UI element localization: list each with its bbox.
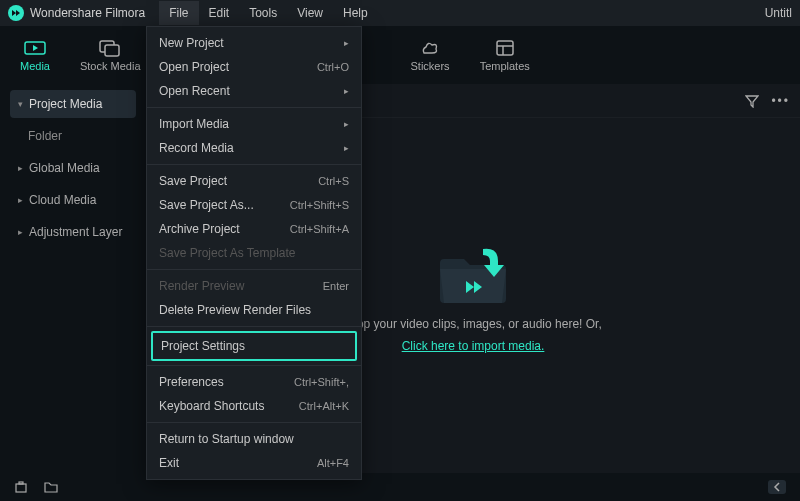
- sidebar-item-project-media[interactable]: ▾ Project Media: [10, 90, 136, 118]
- menu-separator: [147, 164, 361, 165]
- menu-item-label: Keyboard Shortcuts: [159, 399, 264, 413]
- app-logo-icon: [8, 5, 24, 21]
- chevron-down-icon: ▾: [18, 99, 23, 109]
- tab-label: Stickers: [411, 60, 450, 72]
- menu-item-label: Import Media: [159, 117, 229, 131]
- file-menu-import-media[interactable]: Import Media▸: [147, 112, 361, 136]
- svg-rect-4: [497, 41, 513, 55]
- bin-icon[interactable]: [14, 480, 28, 494]
- menu-item-label: Record Media: [159, 141, 234, 155]
- file-menu-new-project[interactable]: New Project▸: [147, 31, 361, 55]
- menu-separator: [147, 422, 361, 423]
- menu-shortcut: Ctrl+Alt+K: [299, 400, 349, 412]
- chevron-right-icon: ▸: [344, 119, 349, 129]
- file-menu-render-preview: Render PreviewEnter: [147, 274, 361, 298]
- sidebar-item-label: Cloud Media: [29, 193, 96, 207]
- file-menu-save-project-as-template: Save Project As Template: [147, 241, 361, 265]
- more-icon[interactable]: •••: [771, 94, 790, 108]
- menu-item-label: Delete Preview Render Files: [159, 303, 311, 317]
- sidebar-item-label: Adjustment Layer: [29, 225, 122, 239]
- sidebar-item-adjustment-layer[interactable]: ▸ Adjustment Layer: [10, 218, 136, 246]
- filter-icon[interactable]: [745, 94, 759, 108]
- menu-tools[interactable]: Tools: [239, 1, 287, 25]
- toolbar: Media Stock Media Stickers Templates: [0, 26, 800, 84]
- sidebar: ▾ Project Media Folder ▸ Global Media ▸ …: [0, 84, 146, 473]
- chevron-right-icon: ▸: [18, 163, 23, 173]
- file-menu-project-settings[interactable]: Project Settings: [151, 331, 357, 361]
- content-row: ▾ Project Media Folder ▸ Global Media ▸ …: [0, 84, 800, 473]
- collapse-icon[interactable]: [768, 480, 786, 494]
- menu-item-label: New Project: [159, 36, 224, 50]
- sidebar-item-label: Global Media: [29, 161, 100, 175]
- file-menu-dropdown: New Project▸Open ProjectCtrl+OOpen Recen…: [146, 26, 362, 480]
- tab-media[interactable]: Media: [20, 39, 50, 72]
- menu-item-label: Render Preview: [159, 279, 244, 293]
- menu-separator: [147, 107, 361, 108]
- menu-shortcut: Ctrl+S: [318, 175, 349, 187]
- menu-item-label: Preferences: [159, 375, 224, 389]
- file-menu-exit[interactable]: ExitAlt+F4: [147, 451, 361, 475]
- tab-label: Media: [20, 60, 50, 72]
- file-menu-preferences[interactable]: PreferencesCtrl+Shift+,: [147, 370, 361, 394]
- sidebar-item-global-media[interactable]: ▸ Global Media: [10, 154, 136, 182]
- menu-separator: [147, 365, 361, 366]
- file-menu-save-project[interactable]: Save ProjectCtrl+S: [147, 169, 361, 193]
- import-link[interactable]: Click here to import media.: [402, 339, 545, 353]
- menu-help[interactable]: Help: [333, 1, 378, 25]
- menu-item-label: Return to Startup window: [159, 432, 294, 446]
- chevron-right-icon: ▸: [18, 227, 23, 237]
- menu-separator: [147, 326, 361, 327]
- menu-shortcut: Ctrl+O: [317, 61, 349, 73]
- file-menu-delete-preview-render-files[interactable]: Delete Preview Render Files: [147, 298, 361, 322]
- stickers-icon: [419, 39, 441, 57]
- tab-stock-media[interactable]: Stock Media: [80, 39, 141, 72]
- file-menu-open-project[interactable]: Open ProjectCtrl+O: [147, 55, 361, 79]
- file-menu-record-media[interactable]: Record Media▸: [147, 136, 361, 160]
- menu-item-label: Open Recent: [159, 84, 230, 98]
- menu-item-label: Save Project As...: [159, 198, 254, 212]
- stock-media-icon: [99, 39, 121, 57]
- chevron-right-icon: ▸: [344, 86, 349, 96]
- menu-file[interactable]: File: [159, 1, 198, 25]
- file-menu-open-recent[interactable]: Open Recent▸: [147, 79, 361, 103]
- tab-stickers[interactable]: Stickers: [411, 39, 450, 72]
- templates-icon: [494, 39, 516, 57]
- menu-item-label: Exit: [159, 456, 179, 470]
- sidebar-item-folder[interactable]: Folder: [10, 122, 136, 150]
- menu-separator: [147, 269, 361, 270]
- menu-item-label: Archive Project: [159, 222, 240, 236]
- chevron-right-icon: ▸: [344, 38, 349, 48]
- file-menu-archive-project[interactable]: Archive ProjectCtrl+Shift+A: [147, 217, 361, 241]
- svg-rect-7: [16, 484, 26, 492]
- menu-item-label: Save Project: [159, 174, 227, 188]
- menubar: File Edit Tools View Help: [159, 1, 378, 25]
- tab-templates[interactable]: Templates: [480, 39, 530, 72]
- svg-rect-3: [105, 45, 119, 56]
- media-icon: [24, 39, 46, 57]
- file-menu-keyboard-shortcuts[interactable]: Keyboard ShortcutsCtrl+Alt+K: [147, 394, 361, 418]
- menu-shortcut: Ctrl+Shift+,: [294, 376, 349, 388]
- menu-shortcut: Ctrl+Shift+S: [290, 199, 349, 211]
- tab-label: Templates: [480, 60, 530, 72]
- menu-shortcut: Enter: [323, 280, 349, 292]
- menu-item-label: Save Project As Template: [159, 246, 296, 260]
- sidebar-item-cloud-media[interactable]: ▸ Cloud Media: [10, 186, 136, 214]
- menu-item-label: Open Project: [159, 60, 229, 74]
- file-menu-return-to-startup-window[interactable]: Return to Startup window: [147, 427, 361, 451]
- file-menu-save-project-as[interactable]: Save Project As...Ctrl+Shift+S: [147, 193, 361, 217]
- chevron-right-icon: ▸: [344, 143, 349, 153]
- window-title: Untitl: [765, 6, 792, 20]
- chevron-right-icon: ▸: [18, 195, 23, 205]
- menu-view[interactable]: View: [287, 1, 333, 25]
- title-bar: Wondershare Filmora File Edit Tools View…: [0, 0, 800, 26]
- app-name: Wondershare Filmora: [30, 6, 145, 20]
- svg-rect-8: [19, 482, 23, 484]
- bottom-bar: [0, 473, 800, 501]
- menu-edit[interactable]: Edit: [199, 1, 240, 25]
- sidebar-item-label: Project Media: [29, 97, 102, 111]
- menu-item-label: Project Settings: [161, 339, 245, 353]
- drop-text: Drop your video clips, images, or audio …: [344, 317, 601, 331]
- import-folder-icon: [428, 239, 518, 309]
- folder-icon[interactable]: [44, 480, 58, 494]
- menu-shortcut: Ctrl+Shift+A: [290, 223, 349, 235]
